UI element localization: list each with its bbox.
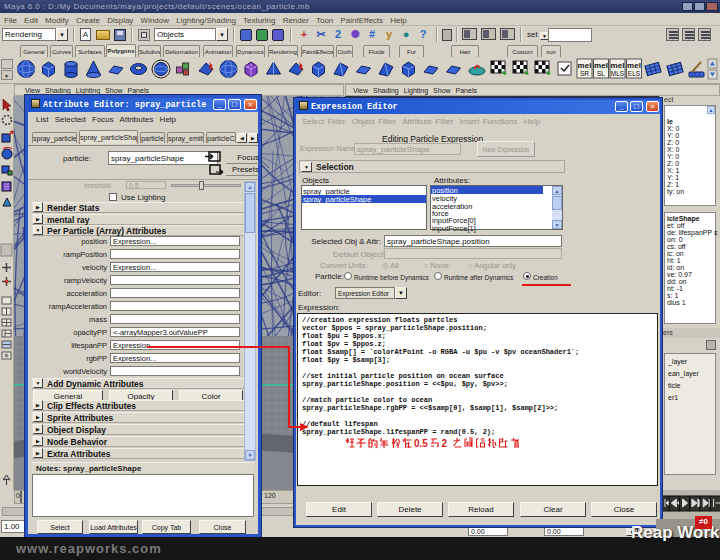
svg-text:0.5: 0.5 (414, 438, 428, 449)
svg-text:2: 2 (442, 438, 448, 449)
